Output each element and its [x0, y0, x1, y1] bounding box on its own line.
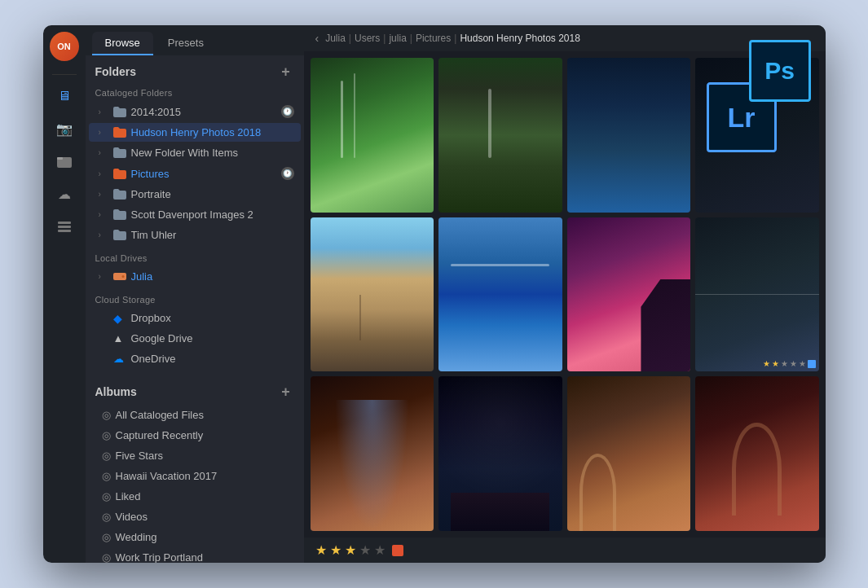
star-2: ★: [330, 542, 341, 558]
cloud-nav-icon[interactable]: ☁: [50, 179, 79, 208]
photo-cell-5[interactable]: [311, 217, 434, 372]
chevron-right-icon: ›: [99, 128, 110, 137]
camera-nav-icon[interactable]: 📷: [50, 114, 79, 143]
local-drives-label: Local Drives: [86, 250, 304, 266]
album-name-captured: Captured Recently: [116, 429, 204, 441]
album-icon: ◎: [102, 409, 111, 421]
photo-cell-12[interactable]: [695, 376, 819, 531]
tab-presets[interactable]: Presets: [155, 32, 217, 55]
album-item-fivestars[interactable]: ◎ Five Stars: [89, 446, 301, 465]
album-item-hawaii[interactable]: ◎ Hawaii Vacation 2017: [89, 467, 301, 485]
back-button[interactable]: ‹: [315, 32, 319, 45]
photo-cell-3[interactable]: [567, 58, 691, 213]
folder-name-dropbox: Dropbox: [131, 312, 294, 324]
album-name-all: All Cataloged Files: [116, 409, 204, 421]
chevron-right-icon: ›: [99, 272, 110, 281]
layers-nav-icon[interactable]: [50, 212, 79, 241]
chevron-right-icon: ›: [99, 190, 110, 199]
breadcrumb-julia2[interactable]: julia: [389, 33, 406, 44]
album-item-videos[interactable]: ◎ Videos: [89, 507, 301, 526]
album-item-work[interactable]: ◎ Work Trip Portland: [89, 548, 301, 563]
album-item-wedding[interactable]: ◎ Wedding: [89, 528, 301, 546]
album-icon: ◎: [102, 551, 111, 563]
breadcrumb-current: Hudson Henry Photos 2018: [460, 33, 579, 44]
breadcrumb-pictures[interactable]: Pictures: [416, 33, 451, 44]
folder-icon-new: [113, 147, 128, 159]
photo-cell-7[interactable]: [567, 217, 691, 372]
folder-item-hudson[interactable]: › Hudson Henry Photos 2018: [89, 123, 301, 142]
folder-icon-hudson: [113, 127, 128, 138]
app-logo: ON: [50, 32, 79, 61]
breadcrumb-users[interactable]: Users: [355, 33, 380, 44]
breadcrumb-julia[interactable]: Julia: [325, 33, 346, 44]
breadcrumb: ‹ Julia | Users | julia | Pictures | Hud…: [304, 25, 826, 51]
photo-cell-8[interactable]: ★ ★ ★ ★ ★: [695, 217, 819, 372]
dropbox-icon: ◆: [113, 313, 128, 324]
chevron-right-icon: ›: [99, 230, 110, 239]
star-3: ★: [345, 542, 356, 558]
folder-item-gdrive[interactable]: ▲ Google Drive: [89, 329, 301, 348]
album-name-fivestars: Five Stars: [116, 450, 164, 462]
photo-cell-6[interactable]: [438, 217, 562, 372]
folder-icon-tim: [113, 230, 128, 241]
folder-icon-portraite: [113, 189, 128, 200]
folder-name-tim: Tim Uhler: [131, 229, 294, 241]
bottom-bar: ★ ★ ★ ★ ★: [304, 538, 826, 563]
tab-browse[interactable]: Browse: [92, 32, 153, 55]
folder-item-julia[interactable]: › Julia: [89, 267, 301, 286]
tab-bar: Browse Presets: [86, 25, 304, 55]
svg-rect-1: [57, 157, 63, 160]
folder-nav-icon[interactable]: [50, 147, 79, 176]
folder-item-2014[interactable]: › 2014:2015 🕐: [89, 102, 301, 121]
cataloged-folders-label: Cataloged Folders: [86, 85, 304, 101]
folder-name-hudson: Hudson Henry Photos 2018: [131, 126, 294, 138]
add-album-button[interactable]: +: [278, 384, 294, 400]
add-folder-button[interactable]: +: [278, 64, 294, 80]
onedrive-icon: ☁: [113, 353, 128, 365]
photo-cell-2[interactable]: [438, 58, 562, 213]
folder-item-new[interactable]: › New Folder With Items: [89, 143, 301, 162]
monitor-nav-icon[interactable]: 🖥: [50, 81, 79, 111]
album-name-liked: Liked: [116, 490, 141, 502]
albums-label: Albums: [95, 385, 137, 398]
folder-name-new: New Folder With Items: [131, 147, 294, 159]
folder-name-2014: 2014:2015: [131, 106, 278, 118]
album-item-all[interactable]: ◎ All Cataloged Files: [89, 406, 301, 424]
photo-cell-10[interactable]: [438, 376, 562, 531]
folder-item-scott[interactable]: › Scott Davenport Images 2: [89, 205, 301, 224]
folder-item-dropbox[interactable]: ◆ Dropbox: [89, 309, 301, 327]
svg-rect-5: [113, 273, 126, 280]
hdd-icon: [113, 271, 128, 283]
folder-icon-pictures: [113, 168, 128, 179]
folder-name-gdrive: Google Drive: [131, 332, 294, 344]
icon-bar: ON 🖥 📷 ☁: [43, 25, 86, 563]
svg-rect-2: [58, 222, 71, 224]
photo-cell-11[interactable]: [567, 376, 691, 531]
folder-item-pictures[interactable]: › Pictures 🕐: [89, 164, 301, 183]
ps-badge: Ps: [749, 40, 811, 102]
chevron-right-icon: ›: [99, 169, 110, 178]
album-item-liked[interactable]: ◎ Liked: [89, 487, 301, 506]
star-5: ★: [374, 542, 386, 558]
folder-badge-pictures: 🕐: [281, 167, 294, 180]
album-icon: ◎: [102, 511, 111, 523]
chevron-right-icon: ›: [99, 148, 110, 157]
folder-badge-2014: 🕐: [281, 105, 294, 118]
gdrive-icon: ▲: [113, 333, 128, 344]
folder-item-onedrive[interactable]: ☁ OneDrive: [89, 349, 301, 368]
divider: [52, 74, 77, 75]
photo-cell-9[interactable]: [311, 376, 434, 531]
folder-name-pictures: Pictures: [131, 168, 278, 180]
folder-item-portraite[interactable]: › Portraite: [89, 185, 301, 204]
svg-point-6: [121, 275, 124, 278]
ps-label: Ps: [764, 57, 795, 85]
album-item-captured[interactable]: ◎ Captured Recently: [89, 426, 301, 445]
folder-name-portraite: Portraite: [131, 188, 294, 200]
star-1: ★: [315, 542, 327, 558]
photo-cell-1[interactable]: [311, 58, 434, 213]
folder-item-tim[interactable]: › Tim Uhler: [89, 226, 301, 244]
album-name-wedding: Wedding: [116, 531, 157, 543]
cell-rating-8: ★ ★ ★ ★ ★: [763, 359, 816, 368]
folders-section-header: Folders +: [86, 55, 304, 85]
svg-rect-4: [58, 230, 71, 232]
